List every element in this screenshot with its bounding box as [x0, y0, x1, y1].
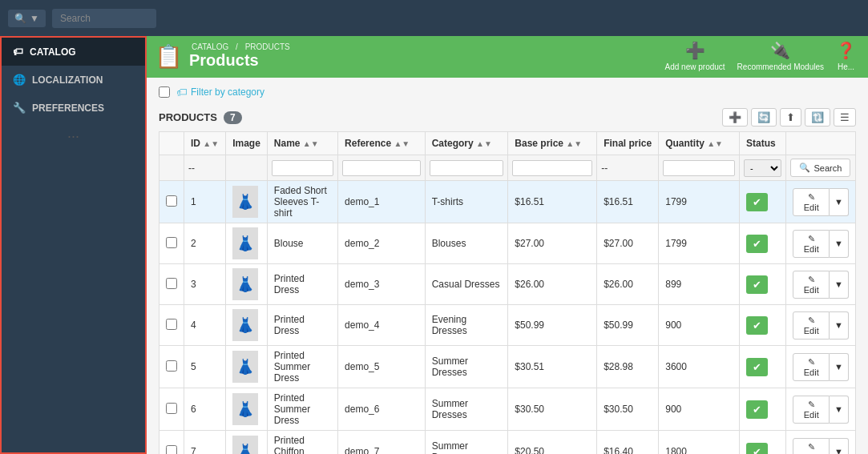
id-sort-icon: ▲▼: [203, 139, 219, 148]
status-toggle-4[interactable]: ✔: [746, 316, 768, 335]
status-toggle-7[interactable]: ✔: [746, 443, 768, 455]
preferences-icon: 🔧: [13, 102, 26, 114]
search-btn-label: Search: [813, 163, 842, 173]
recommended-modules-button[interactable]: 🔌 Recommended Modules: [737, 41, 824, 71]
row-id-5: 5: [184, 346, 226, 388]
filter-search-cell: 🔍 Search: [786, 155, 856, 181]
status-toggle-2[interactable]: ✔: [746, 235, 768, 253]
edit-button-5[interactable]: ✎ Edit: [793, 353, 830, 381]
filter-id-placeholder: --: [188, 163, 195, 174]
search-icon-button[interactable]: 🔍 ▼: [8, 10, 46, 27]
row-checkbox-4[interactable]: [166, 319, 177, 330]
row-quantity-7: 1800: [659, 431, 740, 455]
th-name[interactable]: Name ▲▼: [267, 132, 337, 155]
filter-search-button[interactable]: 🔍 Search: [790, 159, 850, 177]
status-toggle-6[interactable]: ✔: [746, 400, 768, 419]
th-quantity[interactable]: Quantity ▲▼: [659, 132, 740, 155]
edit-button-4[interactable]: ✎ Edit: [793, 311, 830, 339]
th-category[interactable]: Category ▲▼: [425, 132, 508, 155]
row-checkbox-2[interactable]: [166, 237, 177, 248]
row-checkbox-cell-3: [159, 264, 184, 305]
filter-category-input[interactable]: [430, 160, 504, 176]
row-image-6: 👗: [226, 388, 268, 431]
edit-dropdown-5[interactable]: ▼: [830, 353, 849, 381]
th-id[interactable]: ID ▲▼: [184, 132, 226, 155]
filter-category-checkbox[interactable]: [159, 86, 170, 98]
sidebar-collapse[interactable]: ···: [2, 122, 145, 151]
edit-btn-group-1: ✎ Edit ▼: [793, 188, 849, 216]
add-row-button[interactable]: ➕: [722, 108, 748, 127]
row-reference-4: demo_4: [338, 305, 426, 346]
edit-btn-group-4: ✎ Edit ▼: [793, 311, 849, 339]
edit-dropdown-7[interactable]: ▼: [830, 438, 849, 455]
row-checkbox-1[interactable]: [166, 195, 177, 207]
page-doc-icon: 📋: [155, 43, 183, 70]
row-checkbox-5[interactable]: [166, 360, 177, 372]
filter-by-category[interactable]: 🏷 Filter by category: [176, 86, 264, 98]
edit-button-3[interactable]: ✎ Edit: [793, 271, 830, 299]
table-row: 7 👗 Printed Chiffon Dress demo_7 Summer …: [159, 431, 856, 455]
row-base-price-7: $20.50: [508, 431, 597, 455]
row-checkbox-6[interactable]: [166, 403, 177, 414]
page-header-left: CATALOG / PRODUCTS Products: [189, 42, 293, 70]
sync-button[interactable]: 🔃: [805, 108, 830, 127]
status-toggle-3[interactable]: ✔: [746, 275, 768, 294]
edit-dropdown-6[interactable]: ▼: [830, 396, 849, 424]
breadcrumb-products[interactable]: PRODUCTS: [245, 42, 290, 51]
search-btn-icon: 🔍: [799, 163, 810, 173]
row-checkbox-cell-1: [159, 181, 184, 223]
edit-button-7[interactable]: ✎ Edit: [793, 438, 830, 455]
modules-icon: 🔌: [770, 41, 790, 60]
row-quantity-2: 1799: [659, 223, 740, 264]
edit-button-6[interactable]: ✎ Edit: [793, 396, 830, 424]
row-checkbox-7[interactable]: [166, 445, 177, 455]
edit-dropdown-1[interactable]: ▼: [830, 188, 849, 216]
refresh-button[interactable]: 🔄: [751, 108, 777, 127]
row-reference-3: demo_3: [338, 264, 426, 305]
edit-button-2[interactable]: ✎ Edit: [793, 230, 830, 258]
search-icon-label: ▼: [30, 13, 39, 24]
export-button[interactable]: ⬆: [780, 108, 801, 127]
options-button[interactable]: ☰: [834, 108, 856, 127]
row-status-6: ✔: [740, 388, 786, 431]
th-base-price[interactable]: Base price ▲▼: [508, 132, 597, 155]
filter-base-price-input[interactable]: [512, 160, 592, 176]
breadcrumb-catalog[interactable]: CATALOG: [192, 42, 228, 51]
table-row: 6 👗 Printed Summer Dress demo_6 Summer D…: [159, 388, 856, 431]
edit-dropdown-4[interactable]: ▼: [830, 311, 849, 339]
content-area: 📋 CATALOG / PRODUCTS Products ➕ Add new …: [147, 36, 868, 454]
row-status-2: ✔: [740, 223, 786, 264]
row-checkbox-3[interactable]: [166, 278, 177, 289]
search-input[interactable]: [52, 9, 156, 28]
sidebar-item-preferences[interactable]: 🔧 PREFERENCES: [2, 94, 145, 122]
filter-reference-input[interactable]: [342, 160, 421, 176]
status-toggle-1[interactable]: ✔: [746, 193, 768, 211]
row-image-5: 👗: [226, 346, 268, 388]
search-icon: 🔍: [14, 13, 26, 24]
sidebar-item-catalog[interactable]: 🏷 CATALOG: [2, 38, 145, 66]
row-final-price-5: $28.98: [597, 346, 659, 388]
table-filter-row: -- -- - Enabled Disabled: [159, 155, 856, 181]
row-image-1: 👗: [226, 181, 268, 223]
row-status-7: ✔: [740, 431, 786, 455]
edit-btn-group-2: ✎ Edit ▼: [793, 230, 849, 258]
add-new-product-button[interactable]: ➕ Add new product: [665, 41, 725, 71]
help-button[interactable]: ❓ He...: [836, 41, 856, 71]
row-reference-6: demo_6: [338, 388, 426, 431]
filter-name-input[interactable]: [272, 160, 333, 176]
row-id-7: 7: [184, 431, 226, 455]
edit-dropdown-3[interactable]: ▼: [830, 271, 849, 299]
row-image-7: 👗: [226, 431, 268, 455]
row-status-3: ✔: [740, 264, 786, 305]
edit-button-1[interactable]: ✎ Edit: [793, 188, 830, 216]
edit-dropdown-2[interactable]: ▼: [830, 230, 849, 258]
filter-fp-placeholder: --: [601, 163, 608, 174]
cat-sort-icon: ▲▼: [476, 139, 492, 148]
filter-status-select[interactable]: - Enabled Disabled: [744, 159, 781, 177]
table-header-row: ID ▲▼ Image Name ▲▼ Reference ▲▼ Categor…: [159, 132, 856, 155]
filter-quantity-input[interactable]: [663, 160, 735, 176]
product-image-3: 👗: [232, 268, 258, 300]
sidebar-item-localization[interactable]: 🌐 LOCALIZATION: [2, 66, 145, 94]
th-reference[interactable]: Reference ▲▼: [338, 132, 426, 155]
status-toggle-5[interactable]: ✔: [746, 358, 768, 376]
